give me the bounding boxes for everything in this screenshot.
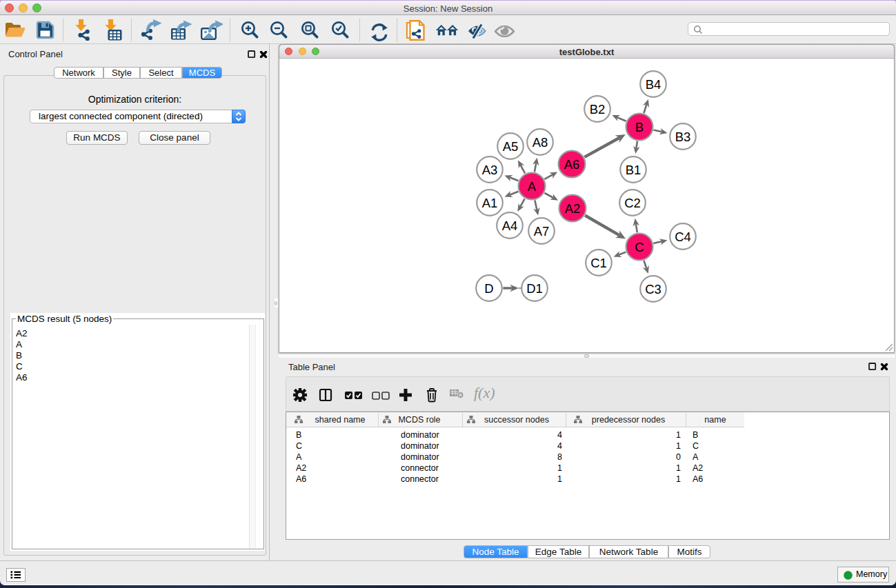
svg-text:B1: B1 [626, 163, 641, 177]
svg-text:A7: A7 [534, 224, 550, 239]
svg-text:B4: B4 [646, 77, 661, 92]
svg-text:A3: A3 [482, 163, 498, 177]
svg-text:A6: A6 [564, 157, 580, 172]
svg-text:A2: A2 [565, 201, 581, 216]
svg-text:C4: C4 [675, 230, 691, 244]
svg-text:C: C [635, 240, 644, 254]
svg-text:D: D [484, 281, 493, 296]
svg-text:B2: B2 [590, 102, 606, 116]
svg-text:A1: A1 [482, 196, 498, 210]
svg-text:D1: D1 [526, 281, 543, 296]
svg-text:A8: A8 [532, 135, 548, 150]
svg-text:B3: B3 [675, 130, 691, 144]
svg-text:A4: A4 [502, 219, 518, 233]
svg-text:A5: A5 [503, 139, 519, 154]
svg-text:C1: C1 [590, 256, 607, 270]
svg-text:A: A [528, 179, 537, 194]
svg-text:B: B [635, 120, 644, 134]
svg-text:C3: C3 [645, 282, 661, 296]
svg-text:C2: C2 [624, 196, 641, 210]
